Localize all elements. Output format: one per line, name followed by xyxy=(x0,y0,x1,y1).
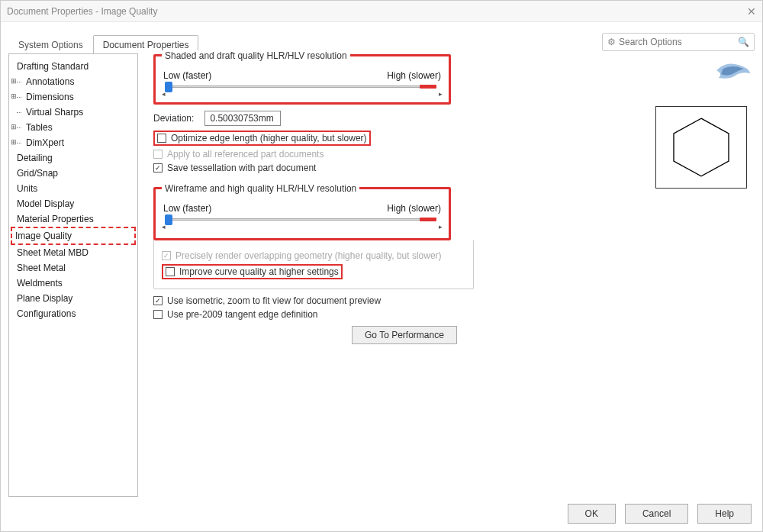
go-to-performance-button[interactable]: Go To Performance xyxy=(352,326,457,344)
shaded-quality-group: Shaded and draft quality HLR/HLV resolut… xyxy=(153,54,451,105)
precise-render-label: Precisely render overlapping geometry (h… xyxy=(175,250,442,261)
apply-all-label: Apply to all referenced part documents xyxy=(167,149,324,160)
settings-panel: Shaded and draft quality HLR/HLV resolut… xyxy=(138,54,755,497)
tree-sheet-metal-mbd[interactable]: Sheet Metal MBD xyxy=(12,245,134,260)
svg-marker-0 xyxy=(674,118,729,176)
window-title: Document Properties - Image Quality xyxy=(7,6,157,17)
ok-button[interactable]: OK xyxy=(568,504,616,524)
tree-tables[interactable]: Tables xyxy=(12,120,134,135)
tab-row: System Options Document Properties ⚙ 🔍 xyxy=(1,22,762,54)
tree-material-properties[interactable]: Material Properties xyxy=(12,211,134,227)
tree-dimensions[interactable]: Dimensions xyxy=(12,89,134,105)
gear-icon: ⚙ xyxy=(607,37,616,47)
wireframe-quality-title: Wireframe and high quality HLR/HLV resol… xyxy=(162,183,359,194)
tree-configurations[interactable]: Configurations xyxy=(12,306,134,321)
tree-annotations[interactable]: Annotations xyxy=(12,74,134,89)
wireframe-options: Precisely render overlapping geometry (h… xyxy=(153,240,474,289)
slider2-ticks xyxy=(163,226,441,232)
slider-high-label: High (slower) xyxy=(387,70,441,81)
tree-drafting-standard[interactable]: Drafting Standard xyxy=(12,59,134,74)
tab-system-options[interactable]: System Options xyxy=(8,35,93,54)
tree-detailing[interactable]: Detailing xyxy=(12,150,134,166)
dialog-buttons: OK Cancel Help xyxy=(568,504,752,524)
optimize-edge-checkbox[interactable] xyxy=(157,134,166,143)
search-box[interactable]: ⚙ 🔍 xyxy=(602,33,755,51)
optimize-edge-label: Optimize edge length (higher quality, bu… xyxy=(171,133,367,143)
tree-grid-snap[interactable]: Grid/Snap xyxy=(12,166,134,181)
use-isometric-label: Use isometric, zoom to fit view for docu… xyxy=(167,295,381,306)
improve-curve-highlight: Improve curve quality at higher settings xyxy=(162,264,343,279)
shaded-quality-title: Shaded and draft quality HLR/HLV resolut… xyxy=(162,50,350,61)
help-button[interactable]: Help xyxy=(697,504,752,524)
slider2-high-label: High (slower) xyxy=(387,203,441,214)
pre2009-label: Use pre-2009 tangent edge definition xyxy=(167,309,317,320)
tree-virtual-sharps[interactable]: Virtual Sharps xyxy=(12,105,134,120)
cancel-button[interactable]: Cancel xyxy=(625,504,688,524)
deviation-label: Deviation: xyxy=(153,113,194,124)
close-icon[interactable]: ✕ xyxy=(747,5,756,18)
slider-low-label: Low (faster) xyxy=(163,70,211,81)
tree-units[interactable]: Units xyxy=(12,181,134,196)
tree-sheet-metal[interactable]: Sheet Metal xyxy=(12,260,134,276)
deviation-input[interactable]: 0.50030753mm xyxy=(204,111,281,126)
use-isometric-checkbox[interactable] xyxy=(153,296,163,305)
wireframe-quality-slider[interactable] xyxy=(163,215,441,226)
pre2009-checkbox[interactable] xyxy=(153,310,163,319)
search-icon[interactable]: 🔍 xyxy=(738,37,749,47)
search-input[interactable] xyxy=(619,37,738,47)
wireframe-quality-group: Wireframe and high quality HLR/HLV resol… xyxy=(153,187,451,240)
options-tree: Drafting Standard Annotations Dimensions… xyxy=(8,53,138,497)
preview-box xyxy=(655,106,747,189)
tree-model-display[interactable]: Model Display xyxy=(12,196,134,211)
slider-ticks xyxy=(163,93,441,99)
tree-plane-display[interactable]: Plane Display xyxy=(12,291,134,306)
shaded-quality-slider[interactable] xyxy=(163,82,441,93)
improve-curve-checkbox[interactable] xyxy=(166,267,175,276)
save-tessellation-label: Save tessellation with part document xyxy=(167,163,316,173)
improve-curve-label: Improve curve quality at higher settings xyxy=(179,266,339,277)
slider2-low-label: Low (faster) xyxy=(163,203,211,214)
tree-dimxpert[interactable]: DimXpert xyxy=(12,135,134,150)
title-bar: Document Properties - Image Quality ✕ xyxy=(1,1,762,22)
precise-render-checkbox xyxy=(162,251,171,260)
save-tessellation-checkbox[interactable] xyxy=(153,163,163,172)
tree-weldments[interactable]: Weldments xyxy=(12,276,134,291)
apply-all-checkbox xyxy=(153,150,163,159)
tree-image-quality[interactable]: Image Quality xyxy=(11,227,136,245)
optimize-edge-highlight: Optimize edge length (higher quality, bu… xyxy=(153,131,371,146)
